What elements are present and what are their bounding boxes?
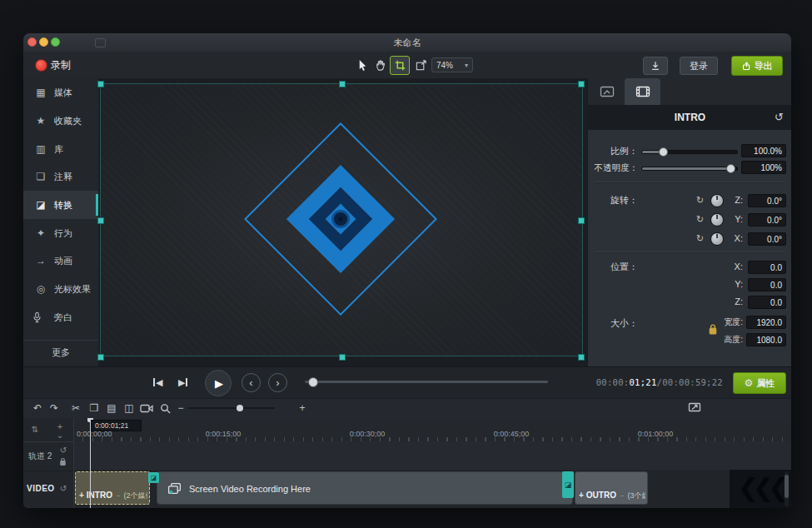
camera-record-icon[interactable] xyxy=(140,403,153,413)
zoom-out-button[interactable]: − xyxy=(173,398,188,418)
hand-tool-icon[interactable] xyxy=(373,57,388,72)
selection-handle-e[interactable] xyxy=(578,217,585,224)
collapse-tracks-icon[interactable]: ⌄ xyxy=(55,431,65,441)
opacity-label: 不透明度： xyxy=(588,161,638,175)
transition-indicator-left[interactable]: ◪ xyxy=(148,472,159,483)
zoom-level-dropdown[interactable]: 74% ▾ xyxy=(431,57,473,72)
position-y-field[interactable]: 0.0 xyxy=(748,278,786,291)
sidebar-item-cursor-effects[interactable]: ◎光标效果 xyxy=(23,275,98,303)
timeline-zoom-handle[interactable] xyxy=(237,405,243,411)
rotation-x-knob[interactable] xyxy=(710,232,724,246)
scrubber-handle[interactable] xyxy=(308,377,318,387)
jump-forward-button[interactable]: › xyxy=(268,373,287,392)
sidebar-item-annotations[interactable]: ❏注释 xyxy=(23,162,98,191)
scale-slider-handle[interactable] xyxy=(659,147,668,157)
position-label: 位置： xyxy=(588,260,638,274)
playhead-time-label: 0:00:01;21 xyxy=(91,420,142,431)
step-forward-icon: ▶ xyxy=(178,377,185,388)
zoom-in-button[interactable]: + xyxy=(295,398,310,418)
sidebar-item-animations[interactable]: →动画 xyxy=(23,247,98,275)
rotate-x-icon: ↻ xyxy=(696,232,704,245)
group-media-icon xyxy=(167,482,182,495)
opacity-slider-handle[interactable] xyxy=(726,164,735,173)
record-button[interactable]: 录制 xyxy=(51,52,71,78)
selection-handle-s[interactable] xyxy=(339,354,346,361)
rotation-y-knob[interactable] xyxy=(710,213,724,227)
timeline-scrollbar[interactable] xyxy=(785,471,789,506)
rotate-y-icon: ↻ xyxy=(696,212,704,226)
track-video-toggle-icon[interactable]: ↺ xyxy=(58,484,68,494)
scale-value-field[interactable]: 100.0% xyxy=(741,144,786,157)
clip-screen-recording[interactable]: Screen Video Recording Here xyxy=(157,471,573,505)
pan-tool-icon[interactable] xyxy=(413,57,428,72)
scale-slider[interactable] xyxy=(641,150,738,154)
canvas[interactable] xyxy=(100,83,583,356)
rotation-z-field[interactable]: 0.0° xyxy=(748,194,786,207)
sidebar-item-library[interactable]: ▥库 xyxy=(23,135,98,163)
opacity-slider[interactable] xyxy=(641,167,738,171)
crop-tool-selected[interactable] xyxy=(390,56,410,75)
sidebar-item-media[interactable]: ▦媒体 xyxy=(23,78,98,107)
gear-icon: ⚙ xyxy=(745,377,754,389)
link-tracks-icon[interactable]: ⇅ xyxy=(30,425,40,435)
expand-group-icon[interactable]: + xyxy=(579,491,584,500)
clip-intro-group[interactable]: +INTRO － (2个媒体) xyxy=(75,471,150,505)
playback-scrubber[interactable] xyxy=(305,381,548,383)
record-icon[interactable] xyxy=(35,59,47,72)
export-button[interactable]: 导出 xyxy=(731,56,783,76)
download-button[interactable] xyxy=(643,57,668,75)
selection-handle-n[interactable] xyxy=(339,81,346,87)
detach-timeline-icon[interactable] xyxy=(688,402,701,412)
zoom-level-value: 74% xyxy=(436,61,453,70)
clip-outro-group[interactable]: +OUTRO － (3个媒体) xyxy=(575,471,648,505)
track-2-lock-icon[interactable] xyxy=(59,457,67,466)
split-button[interactable]: ◫ xyxy=(122,398,137,418)
track-video-header[interactable]: VIDEO ↺ xyxy=(23,470,73,508)
position-z-field[interactable]: 0.0 xyxy=(748,296,786,309)
track-2-header[interactable]: 轨道 2 ↺ xyxy=(23,441,73,471)
rotation-y-field[interactable]: 0.0° xyxy=(748,213,786,227)
selection-handle-nw[interactable] xyxy=(97,81,104,87)
timeline-scrollbar-handle[interactable] xyxy=(785,475,789,498)
position-x-field[interactable]: 0.0 xyxy=(748,261,786,274)
reset-properties-icon[interactable]: ↺ xyxy=(775,105,784,130)
pointer-tool-icon[interactable] xyxy=(355,57,370,72)
expand-group-icon[interactable]: + xyxy=(79,491,84,500)
cut-button[interactable]: ✂ xyxy=(68,398,83,418)
sidebar-item-transitions[interactable]: ◪转换 xyxy=(23,191,98,219)
rotation-z-knob[interactable] xyxy=(710,194,724,207)
login-button[interactable]: 登录 xyxy=(680,57,718,75)
copy-button[interactable]: ❐ xyxy=(87,398,102,418)
sidebar-item-favorites[interactable]: ★收藏夹 xyxy=(23,107,98,135)
jump-back-button[interactable]: ‹ xyxy=(242,373,261,392)
track-2-toggle-icon[interactable]: ↺ xyxy=(58,446,68,456)
divider xyxy=(595,252,785,253)
sidebar-item-behaviors[interactable]: ✦行为 xyxy=(23,219,98,247)
undo-button[interactable]: ↶ xyxy=(30,398,45,418)
zoom-timeline-icon[interactable] xyxy=(160,403,171,414)
timeline-zoom-slider[interactable] xyxy=(188,407,275,409)
track-video-name: VIDEO xyxy=(27,470,55,508)
selection-handle-ne[interactable] xyxy=(578,81,585,87)
tab-clip-properties[interactable] xyxy=(625,78,660,105)
sidebar-item-voice-narration[interactable]: 旁白 xyxy=(23,303,98,331)
width-field[interactable]: 1920.0 xyxy=(746,316,786,329)
selection-handle-se[interactable] xyxy=(578,354,585,361)
properties-button[interactable]: ⚙ 属性 xyxy=(733,372,786,394)
play-button[interactable]: ▶ xyxy=(205,370,232,396)
star-icon: ★ xyxy=(32,115,49,127)
paste-button[interactable]: ▤ xyxy=(104,398,119,418)
track-row-2[interactable] xyxy=(73,441,791,471)
tab-canvas-properties[interactable] xyxy=(589,78,625,105)
step-back-button[interactable]: ◀ xyxy=(153,375,162,390)
redo-button[interactable]: ↷ xyxy=(47,398,62,418)
opacity-value-field[interactable]: 100% xyxy=(741,161,786,174)
selection-handle-w[interactable] xyxy=(97,217,104,224)
playhead-line[interactable] xyxy=(90,418,91,508)
step-forward-button[interactable]: ▶ xyxy=(178,375,187,390)
height-field[interactable]: 1080.0 xyxy=(746,333,786,346)
sidebar-more-button[interactable]: 更多 xyxy=(23,340,98,364)
rotation-x-field[interactable]: 0.0° xyxy=(748,232,786,246)
selection-handle-sw[interactable] xyxy=(97,354,104,361)
transition-indicator-right[interactable]: ◪ xyxy=(562,471,574,498)
